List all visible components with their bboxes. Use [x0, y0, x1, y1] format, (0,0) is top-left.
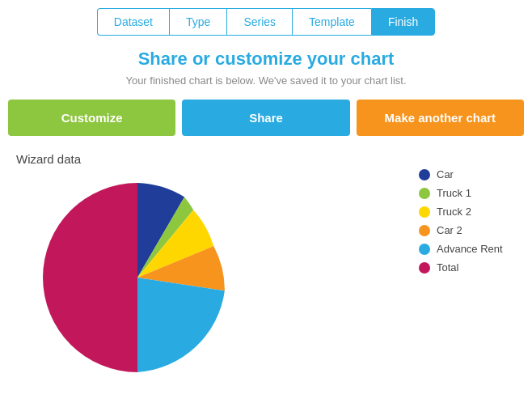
tab-bar: Dataset Type Series Template Finish: [8, 8, 524, 36]
legend-label-car: Car: [437, 168, 454, 180]
legend-color-car: [419, 169, 430, 180]
page-header: Share or customize your chart Your finis…: [8, 49, 524, 87]
legend-color-truck1: [419, 188, 430, 199]
pie-svg: [32, 172, 243, 383]
page-title: Share or customize your chart: [8, 49, 524, 70]
legend-item-truck1: Truck 1: [419, 187, 524, 199]
legend-color-total: [419, 262, 430, 274]
page-subtitle: Your finished chart is below. We've save…: [8, 74, 524, 87]
chart-section: Wizard data C: [8, 152, 524, 383]
tab-template[interactable]: Template: [292, 8, 371, 36]
legend-label-advance-rent: Advance Rent: [437, 243, 503, 255]
make-another-chart-button[interactable]: Make another chart: [357, 100, 524, 136]
tab-series[interactable]: Series: [226, 8, 292, 36]
customize-button[interactable]: Customize: [8, 100, 175, 136]
slice-total: [43, 183, 137, 372]
tab-finish[interactable]: Finish: [371, 8, 435, 36]
legend-label-car2: Car 2: [437, 224, 462, 236]
chart-legend: Car Truck 1 Truck 2 Car 2 Advance Rent T…: [419, 168, 524, 280]
legend-color-car2: [419, 225, 430, 236]
tab-dataset[interactable]: Dataset: [97, 8, 169, 36]
legend-item-advance-rent: Advance Rent: [419, 243, 524, 255]
chart-title: Wizard data: [16, 152, 403, 166]
legend-color-truck2: [419, 206, 430, 218]
share-button[interactable]: Share: [182, 100, 349, 136]
chart-left: Wizard data: [16, 152, 403, 383]
legend-item-truck2: Truck 2: [419, 206, 524, 218]
legend-item-car: Car: [419, 168, 524, 180]
legend-item-total: Total: [419, 261, 524, 274]
pie-chart: [32, 172, 243, 383]
slice-advance-rent: [137, 278, 225, 372]
action-buttons: Customize Share Make another chart: [8, 100, 524, 136]
tab-type[interactable]: Type: [169, 8, 226, 36]
legend-color-advance-rent: [419, 244, 430, 255]
legend-label-total: Total: [437, 261, 458, 274]
legend-label-truck1: Truck 1: [437, 187, 471, 199]
legend-label-truck2: Truck 2: [437, 206, 471, 218]
legend-item-car2: Car 2: [419, 224, 524, 236]
